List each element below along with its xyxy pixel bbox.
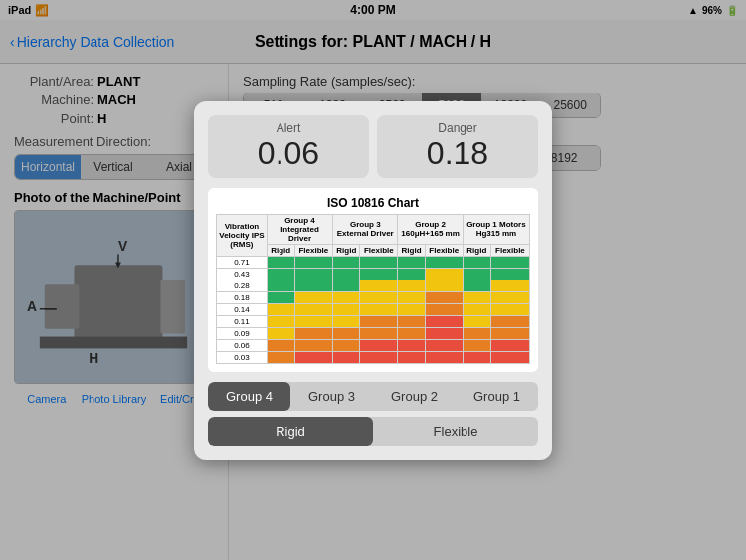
iso-cell [333,280,360,291]
flexible-tab[interactable]: Flexible [373,417,538,446]
iso-cell [267,327,294,339]
iso-chart-container: ISO 10816 Chart Vibration Velocity IPS (… [208,188,538,372]
iso-cell [333,315,360,327]
iso-chart-title: ISO 10816 Chart [216,196,530,210]
iso-subheader-flex3: Flexible [425,244,463,256]
iso-cell [425,256,463,268]
iso-cell [294,327,333,339]
iso-cell [398,315,425,327]
iso-cell [294,339,333,351]
alert-value: 0.06 [218,135,359,172]
danger-box: Danger 0.18 [377,115,538,178]
iso-cell [267,256,294,268]
modal-overlay: Alert 0.06 Danger 0.18 ISO 10816 Chart V… [0,0,746,560]
iso-table: Vibration Velocity IPS (RMS) Group 4 Int… [216,214,530,364]
iso-cell [333,303,360,315]
iso-cell [398,280,425,291]
alert-label: Alert [218,121,359,135]
iso-subheader-rigid3: Rigid [398,244,425,256]
iso-cell [333,291,360,303]
iso-subheader-flex2: Flexible [360,244,398,256]
iso-cell [267,315,294,327]
iso-cell [490,327,529,339]
rigid-tab[interactable]: Rigid [208,417,373,446]
iso-cell [490,351,529,363]
iso-cell [490,291,529,303]
iso-header-group2: Group 2 160μH+165 mm [398,214,463,244]
iso-cell [398,291,425,303]
iso-cell [463,291,490,303]
iso-cell [267,339,294,351]
iso-cell [490,256,529,268]
iso-cell [463,303,490,315]
danger-value: 0.18 [387,135,528,172]
iso-cell [398,303,425,315]
rigid-flex-row: Rigid Flexible [208,417,538,446]
iso-subheader-flex4: Flexible [490,244,529,256]
iso-cell [463,315,490,327]
iso-cell [360,280,398,291]
iso-cell [425,315,463,327]
iso-cell [294,315,333,327]
danger-label: Danger [387,121,528,135]
iso-cell [294,280,333,291]
iso-cell [425,327,463,339]
iso-cell [425,280,463,291]
iso-header-group1: Group 1 Motors Hg315 mm [463,214,529,244]
iso-cell [490,280,529,291]
iso-cell [463,327,490,339]
group-tab-3[interactable]: Group 3 [290,382,373,411]
iso-cell [425,268,463,280]
iso-cell [463,339,490,351]
iso-row-value: 0.14 [217,303,268,315]
iso-row-value: 0.71 [217,256,268,268]
iso-row-value: 0.18 [217,291,268,303]
iso-cell [333,256,360,268]
iso-cell [398,339,425,351]
iso-cell [360,351,398,363]
iso-cell [267,303,294,315]
iso-subheader-rigid1: Rigid [267,244,294,256]
iso-row-value: 0.03 [217,351,268,363]
iso-cell [333,351,360,363]
iso-cell [463,268,490,280]
iso-header-group3: Group 3 External Driver [333,214,398,244]
group-tab-1[interactable]: Group 1 [456,382,538,411]
iso-cell [294,256,333,268]
iso-cell [360,256,398,268]
iso-row-value: 0.43 [217,268,268,280]
iso-cell [294,303,333,315]
iso-row-value: 0.28 [217,280,268,291]
iso-cell [490,315,529,327]
iso-row-value: 0.09 [217,327,268,339]
iso-cell [398,268,425,280]
iso-subheader-flex1: Flexible [294,244,333,256]
iso-cell [360,303,398,315]
iso-cell [333,268,360,280]
iso-row-value: 0.11 [217,315,268,327]
iso-cell [360,291,398,303]
iso-cell [425,291,463,303]
iso-cell [360,315,398,327]
iso-cell [425,351,463,363]
iso-cell [360,327,398,339]
modal: Alert 0.06 Danger 0.18 ISO 10816 Chart V… [194,101,552,460]
iso-cell [463,351,490,363]
iso-subheader-rigid2: Rigid [333,244,360,256]
iso-cell [398,256,425,268]
iso-cell [294,351,333,363]
iso-row-value: 0.06 [217,339,268,351]
iso-cell [333,339,360,351]
iso-cell [398,327,425,339]
alert-danger-row: Alert 0.06 Danger 0.18 [208,115,538,178]
iso-cell [463,280,490,291]
iso-subheader-rigid4: Rigid [463,244,490,256]
group-tab-2[interactable]: Group 2 [373,382,456,411]
group-tab-4[interactable]: Group 4 [208,382,290,411]
iso-cell [267,268,294,280]
iso-cell [490,303,529,315]
iso-cell [490,339,529,351]
iso-cell [333,327,360,339]
iso-header-vibration: Vibration Velocity IPS (RMS) [217,214,268,256]
alert-box: Alert 0.06 [208,115,369,178]
